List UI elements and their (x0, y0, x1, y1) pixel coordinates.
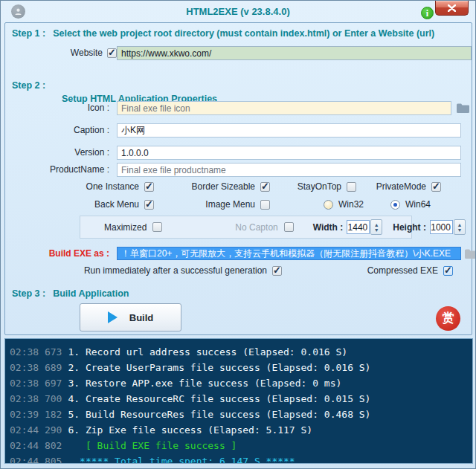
win32-radio[interactable] (324, 200, 333, 210)
icon-input[interactable] (117, 101, 451, 115)
app-window: HTML2EXE (v 23.8.4.0) i Step 1 :Select t… (0, 0, 476, 469)
win32-option: Win32 (324, 199, 364, 210)
width-label: Width : (313, 222, 344, 233)
back-menu-checkbox[interactable] (144, 200, 154, 210)
build-exe-browse-folder-icon[interactable] (464, 248, 476, 259)
version-label: Version : (5, 146, 109, 160)
titlebar: HTML2EXE (v 23.8.4.0) i (1, 1, 475, 22)
step1-heading: Step 1 :Select the web project root dire… (12, 28, 434, 39)
website-label: Website (5, 46, 103, 60)
one-instance-checkbox[interactable] (144, 182, 154, 192)
icon-browse-folder-icon[interactable] (456, 103, 470, 114)
log-line: 02:38 6731. Record url address success (… (10, 344, 468, 360)
compressed-checkbox[interactable] (443, 266, 453, 276)
maximized-checkbox[interactable] (152, 222, 162, 232)
version-input[interactable] (117, 146, 461, 160)
run-after-checkbox[interactable] (272, 266, 282, 276)
productname-input[interactable] (117, 163, 461, 177)
private-mode-label: PrivateMode (376, 181, 426, 192)
stay-on-top-option: StayOnTop (274, 181, 356, 192)
main-panel: Step 1 :Select the web project root dire… (4, 22, 472, 335)
maximized-label: Maximized (104, 222, 147, 233)
website-checkbox[interactable] (107, 48, 117, 58)
border-sizeable-option: Border Sizeable (167, 181, 270, 192)
log-line: 02:38 7004. Create ResourceRC file succe… (10, 391, 468, 407)
step3-prefix: Step 3 : (12, 288, 45, 299)
log-line: 02:44 2906. Zip Exe file success (Elapse… (10, 422, 468, 438)
width-spin-arrows-icon[interactable]: ▲▼ (370, 219, 382, 235)
image-menu-checkbox[interactable] (260, 200, 270, 210)
run-after-label: Run immediately after a successful gener… (84, 265, 267, 276)
caption-label: Caption : (5, 123, 109, 138)
compressed-option: Compressed EXE (325, 265, 453, 276)
height-spin-arrows-icon[interactable]: ▲▼ (454, 219, 466, 235)
win64-radio[interactable] (390, 200, 400, 210)
step2-heading: Step 2 : (12, 80, 53, 91)
reward-badge[interactable]: 赏 (436, 306, 460, 331)
step3-text: Build Application (53, 288, 129, 299)
back-menu-option: Back Menu (50, 199, 154, 210)
image-menu-label: Image Menu (205, 199, 255, 210)
compressed-label: Compressed EXE (367, 265, 438, 276)
border-sizeable-label: Border Sizeable (192, 181, 255, 192)
caption-input[interactable] (117, 123, 461, 138)
private-mode-option: PrivateMode (359, 181, 441, 192)
back-menu-label: Back Menu (94, 199, 139, 210)
log-line: 02:38 6892. Create UserParams file succe… (10, 360, 468, 375)
productname-label: ProductName : (5, 163, 109, 177)
stay-on-top-checkbox[interactable] (347, 182, 356, 192)
play-icon (108, 311, 118, 323)
width-spinner: 1440 ▲▼ (347, 219, 382, 235)
window-title: HTML2EXE (v 23.8.4.0) (1, 6, 475, 17)
width-value[interactable]: 1440 (347, 220, 370, 234)
log-line-success: 02:44 802 [ Build EXE file success ] (10, 438, 468, 453)
no-capton-label: No Capton (235, 222, 277, 233)
step2-prefix: Step 2 : (12, 80, 45, 91)
one-instance-option: One Instance (50, 181, 154, 192)
close-icon[interactable] (435, 1, 469, 16)
height-label: Height : (393, 222, 426, 233)
step3-heading: Step 3 :Build Application (12, 288, 129, 299)
win64-option: Win64 (390, 199, 431, 210)
build-exe-label: Build EXE as : (5, 247, 109, 261)
run-after-option: Run immediately after a successful gener… (50, 265, 282, 276)
log-line: 02:39 1825. Build ResourceRes file succe… (10, 407, 468, 422)
log-line-total: 02:44 805 ***** Total time spent: 6.147 … (10, 453, 468, 464)
border-sizeable-checkbox[interactable] (260, 182, 270, 192)
one-instance-label: One Instance (86, 181, 139, 192)
website-input[interactable] (117, 46, 472, 60)
height-value[interactable]: 1000 (430, 220, 453, 234)
info-icon[interactable]: i (421, 7, 434, 19)
stay-on-top-label: StayOnTop (298, 181, 341, 192)
build-log: 02:38 6731. Record url address success (… (4, 338, 473, 464)
height-spinner: 1000 ▲▼ (430, 219, 466, 235)
no-capton-checkbox[interactable] (284, 222, 294, 232)
win32-label: Win32 (338, 199, 364, 210)
build-button-label: Build (129, 312, 154, 323)
build-exe-input[interactable] (117, 247, 461, 260)
icon-label: Icon : (5, 101, 109, 115)
win64-label: Win64 (405, 199, 431, 210)
step1-prefix: Step 1 : (12, 28, 45, 39)
private-mode-checkbox[interactable] (431, 182, 441, 192)
build-button[interactable]: Build (80, 303, 181, 331)
image-menu-option: Image Menu (167, 199, 270, 210)
log-line: 02:38 6973. Restore APP.exe file success… (10, 375, 468, 391)
step1-text: Select the web project root directory (m… (53, 28, 434, 39)
window-size-panel: Maximized No Capton Width : 1440 ▲▼ Heig… (80, 216, 412, 239)
